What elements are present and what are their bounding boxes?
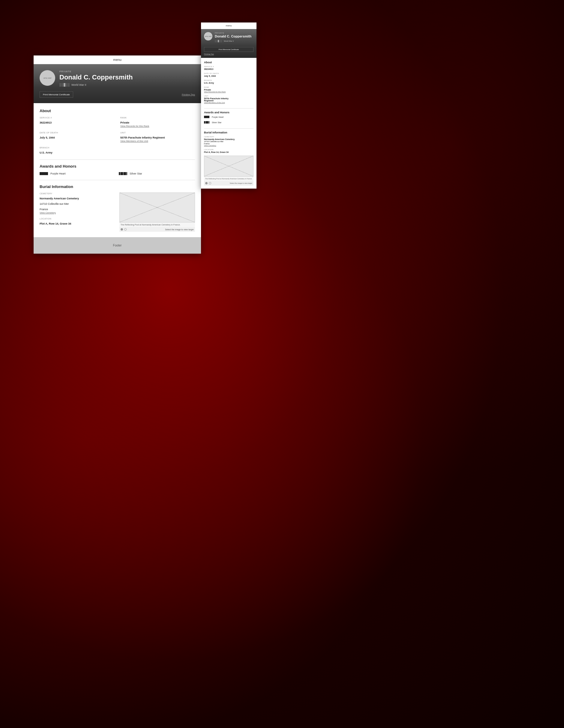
rank-field: RANK Private View Records for this Rank xyxy=(120,117,195,127)
mobile-silver-star-label: Silver Star xyxy=(212,121,221,124)
mobile-award-silver-star: Silver Star xyxy=(204,121,253,124)
unit-field: UNIT 507th Parachute Infantry Regiment V… xyxy=(120,132,195,142)
mobile-award-items-list: Purple Heart Silver Star xyxy=(204,116,253,124)
date-of-death-field: DATE OF DEATH July 5, 1944 xyxy=(40,132,114,142)
hero-rank: PRIVATE xyxy=(59,70,195,73)
printing-tips-link[interactable]: Printing Tips xyxy=(182,93,195,96)
mobile-awards-section-title: Awards and Honors xyxy=(204,111,253,114)
mobile-army-seal-icon: army seal xyxy=(204,32,212,40)
mobile-header: menu xyxy=(201,22,256,29)
purple-heart-ribbon-icon xyxy=(40,172,48,175)
about-section-title: About xyxy=(40,109,195,113)
view-cemetery-link[interactable]: View Cemetery xyxy=(40,211,115,214)
branch-field: BRANCH U.S. Army xyxy=(40,147,114,155)
mobile-awards-section: Awards and Honors Purple Heart Silver St… xyxy=(204,111,253,124)
mobile-date-of-death-field: DATE OF DEATH July 5, 1944 xyxy=(204,73,253,77)
purple-heart-label: Purple Heart xyxy=(50,172,66,175)
mobile-about-info-grid: SERVICE # 36224913 DATE OF DEATH July 5,… xyxy=(204,66,253,103)
mobile-burial-section: Burial Information CEMETERY Normandy Ame… xyxy=(204,131,253,186)
mobile-printing-tips-link[interactable]: Printing Tips xyxy=(204,53,214,55)
mobile-image-controls: Select the image to view larger xyxy=(204,181,253,186)
about-info-grid: SERVICE # 36224913 RANK Private View Rec… xyxy=(40,117,195,155)
desktop-header: menu xyxy=(34,55,201,64)
print-memorial-button[interactable]: Print Memorial Certificate xyxy=(40,91,73,98)
burial-section-title: Burial Information xyxy=(40,184,195,189)
mobile-window: menu army seal PRIVATE Donald C. Coppers… xyxy=(201,22,256,189)
cemetery-image-section: The Reflecting Pool at Normandy American… xyxy=(119,192,195,232)
image-controls: Select the image to view larger xyxy=(119,227,195,232)
cemetery-image[interactable] xyxy=(119,192,195,222)
divider-2 xyxy=(40,180,195,180)
view-members-link[interactable]: View Members of this Unit xyxy=(120,140,195,142)
mobile-location-field: LOCATION Plot A, Row 14, Grave 34 xyxy=(204,149,253,153)
awards-section-title: Awards and Honors xyxy=(40,164,195,169)
war-ribbon-icon xyxy=(59,83,70,87)
mobile-select-larger-link[interactable]: Select the image to view larger xyxy=(230,182,252,184)
image-dot-2[interactable] xyxy=(124,228,127,231)
war-label: World War II xyxy=(71,83,86,86)
mobile-war-label: World War II xyxy=(224,40,234,42)
mobile-award-purple-heart: Purple Heart xyxy=(204,116,253,118)
mobile-burial-section-title: Burial Information xyxy=(204,131,253,134)
desktop-hero: army seal PRIVATE Donald C. Coppersmith … xyxy=(34,64,201,103)
mobile-divider-2 xyxy=(204,128,253,129)
army-seal-icon: army seal xyxy=(40,70,55,86)
mobile-menu-label[interactable]: menu xyxy=(225,24,231,27)
silver-star-label: Silver Star xyxy=(130,172,142,175)
desktop-window: menu army seal PRIVATE Donald C. Coppers… xyxy=(34,55,201,254)
mobile-cemetery-field: CEMETERY Normandy American Cemetery 1471… xyxy=(204,136,253,146)
mobile-branch-field: BRANCH U.S. Army xyxy=(204,79,253,84)
hero-name: Donald C. Coppersmith xyxy=(59,73,195,81)
select-larger-link[interactable]: Select the image to view larger xyxy=(165,228,194,231)
mobile-content: About SERVICE # 36224913 DATE OF DEATH J… xyxy=(201,58,256,189)
mobile-about-section-title: About xyxy=(204,61,253,64)
mobile-view-cemetery-link[interactable]: View Cemetery xyxy=(204,145,253,146)
desktop-footer: Footer xyxy=(34,237,201,254)
mobile-rank-field: RANK Private View Records for this Rank xyxy=(204,86,253,93)
awards-section: Awards and Honors Purple Heart Silver St… xyxy=(40,164,195,175)
burial-section: Burial Information CEMETERY Normandy Ame… xyxy=(40,184,195,232)
mobile-war-ribbon-icon xyxy=(215,40,222,42)
mobile-unit-field: UNIT 507th Parachute InfantryRegiment Vi… xyxy=(204,95,253,103)
mobile-service-number-field: SERVICE # 36224913 xyxy=(204,66,253,70)
menu-label[interactable]: menu xyxy=(113,58,121,61)
mobile-print-memorial-button[interactable]: Print Memorial Certificate xyxy=(204,47,253,52)
footer-label: Footer xyxy=(113,244,122,247)
mobile-hero-name: Donald C. Coppersmith xyxy=(215,34,253,38)
image-dot-1[interactable] xyxy=(121,228,123,231)
mobile-image-dot-2[interactable] xyxy=(209,182,211,184)
mobile-image-caption: The Reflecting Pool at Normandy American… xyxy=(204,177,253,181)
view-records-link[interactable]: View Records for this Rank xyxy=(120,125,195,127)
mobile-purple-heart-ribbon-icon xyxy=(204,116,209,118)
desktop-content: About SERVICE # 36224913 RANK Private Vi… xyxy=(34,103,201,237)
mobile-divider-1 xyxy=(204,108,253,109)
mobile-view-members-link[interactable]: View Members of this Unit xyxy=(204,102,253,103)
award-purple-heart: Purple Heart xyxy=(40,172,116,175)
mobile-hero-rank: PRIVATE xyxy=(215,32,253,34)
mobile-purple-heart-label: Purple Heart xyxy=(212,116,223,118)
mobile-cemetery-image-section: The Reflecting Pool at Normandy American… xyxy=(204,156,253,186)
award-items-list: Purple Heart Silver Star xyxy=(40,172,195,175)
mobile-hero: army seal PRIVATE Donald C. Coppersmith … xyxy=(201,29,256,58)
silver-star-ribbon-icon xyxy=(119,172,127,175)
mobile-image-dot-1[interactable] xyxy=(205,182,207,184)
mobile-silver-star-ribbon-icon xyxy=(204,121,209,124)
image-caption: The Reflecting Pool at Normandy American… xyxy=(119,222,195,227)
award-silver-star: Silver Star xyxy=(119,172,195,175)
burial-grid: CEMETERY Normandy American Cemetery 1471… xyxy=(40,192,195,232)
mobile-view-records-link[interactable]: View Records for this Rank xyxy=(204,91,253,93)
mobile-cemetery-image[interactable] xyxy=(204,156,253,177)
service-number-field: SERVICE # 36224913 xyxy=(40,117,114,127)
cemetery-field: CEMETERY Normandy American Cemetery 1471… xyxy=(40,192,115,232)
